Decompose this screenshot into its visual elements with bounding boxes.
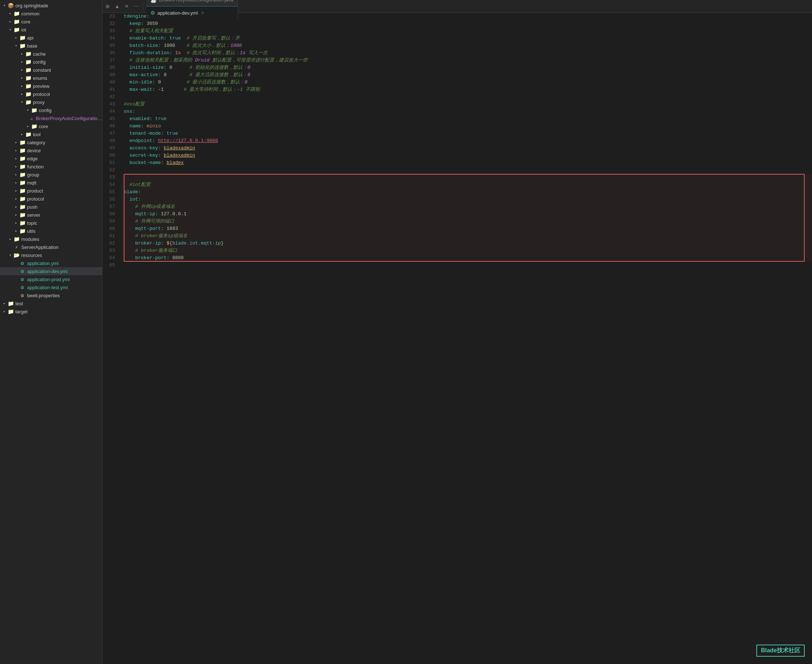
more-actions-button[interactable]: ⋯	[132, 3, 140, 10]
tree-item-modules[interactable]: ▸📁modules	[0, 235, 102, 243]
tree-item-constant[interactable]: ▸📁constant	[0, 66, 102, 74]
tree-item-BrokerProxyAutoConfig[interactable]: ☕BrokerProxyAutoConfiguratio…	[0, 114, 102, 122]
tree-arrow-device[interactable]: ▸	[13, 148, 19, 153]
tree-item-application-dev.yml[interactable]: ⚙application-dev.yml	[0, 267, 102, 275]
tree-item-cache[interactable]: ▸📁cache	[0, 50, 102, 58]
tree-arrow-proxy[interactable]: ▾	[19, 100, 25, 104]
tree-arrow-org.springblade[interactable]: ▾	[2, 3, 7, 8]
tree-item-base[interactable]: ▾📁base	[0, 42, 102, 50]
tree-item-edge[interactable]: ▸📁edge	[0, 155, 102, 163]
tree-item-proxy[interactable]: ▾📁proxy	[0, 98, 102, 106]
tree-item-ServerApplication[interactable]: ⚡ServerApplication	[0, 243, 102, 251]
line-content-64: broker-port: 8888	[121, 254, 812, 262]
tree-item-resources[interactable]: ▾📂resources	[0, 251, 102, 259]
code-line-47: 47 tenant-mode: true	[103, 130, 812, 137]
tree-arrow-group[interactable]: ▸	[13, 173, 19, 177]
tree-item-application-prod.yml[interactable]: ⚙application-prod.yml	[0, 275, 102, 283]
line-number-44: 44	[103, 108, 121, 115]
tree-arrow-resources[interactable]: ▾	[7, 253, 13, 257]
tree-arrow-iot[interactable]: ▾	[7, 28, 13, 32]
tree-item-api[interactable]: ▸📁api	[0, 34, 102, 42]
tree-arrow-function[interactable]: ▸	[13, 164, 19, 169]
tree-item-server[interactable]: ▸📁server	[0, 211, 102, 219]
tree-item-enums[interactable]: ▸📁enums	[0, 74, 102, 82]
line-content-32: keep: 3650	[121, 20, 812, 28]
tree-item-core[interactable]: ▸📁core	[0, 18, 102, 26]
line-content-36: flush-duration: 1s # 批次写入时间，默认：1s 写入一次	[121, 49, 812, 57]
close-tab-button[interactable]: ✕	[123, 3, 130, 10]
file-tree[interactable]: ▾📦org.springblade▸📁common▸📁core▾📁iot▸📁ap…	[0, 0, 103, 664]
tree-arrow-utils[interactable]: ▸	[13, 229, 19, 233]
tree-item-product[interactable]: ▸📁product	[0, 187, 102, 195]
tree-item-core2[interactable]: ▸📁core	[0, 122, 102, 130]
tree-arrow-common[interactable]: ▸	[7, 11, 13, 16]
tree-arrow-test[interactable]: ▸	[2, 301, 7, 306]
tree-arrow-cache[interactable]: ▸	[19, 52, 25, 56]
tree-item-application.yml[interactable]: ⚙application.yml	[0, 259, 102, 267]
navigate-up-button[interactable]: ▲	[114, 3, 121, 10]
code-line-46: 46 name: minio	[103, 123, 812, 130]
tree-item-test[interactable]: ▸📁test	[0, 299, 102, 308]
tree-item-protocol[interactable]: ▸📁protocol	[0, 90, 102, 98]
tree-arrow-topic[interactable]: ▸	[13, 221, 19, 225]
tree-item-utils[interactable]: ▸📁utils	[0, 227, 102, 235]
tree-item-push[interactable]: ▸📁push	[0, 203, 102, 211]
tree-arrow-mqtt[interactable]: ▸	[13, 181, 19, 185]
code-line-44: 44oss:	[103, 108, 812, 115]
tree-arrow-push[interactable]: ▸	[13, 205, 19, 209]
new-tab-button[interactable]: ⊕	[104, 3, 111, 10]
tree-arrow-constant[interactable]: ▸	[19, 68, 25, 72]
tree-arrow-product[interactable]: ▸	[13, 189, 19, 193]
tree-arrow-base[interactable]: ▾	[13, 44, 19, 48]
tree-arrow-protocol2[interactable]: ▸	[13, 197, 19, 201]
tree-arrow-edge[interactable]: ▸	[13, 156, 19, 161]
tree-item-category[interactable]: ▸📁category	[0, 138, 102, 146]
tree-item-common[interactable]: ▸📁common	[0, 10, 102, 18]
tree-label-edge: edge	[27, 156, 38, 161]
tree-item-org.springblade[interactable]: ▾📦org.springblade	[0, 2, 102, 10]
tab-tab-java[interactable]: ☕BrokerProxyAutoConfiguration.java	[146, 0, 238, 6]
tree-item-config[interactable]: ▸📁config	[0, 58, 102, 66]
tree-label-common: common	[21, 11, 39, 16]
editor-content[interactable]: 23tdengine:32 keep: 365033 # 批量写入相关配置34 …	[103, 13, 812, 664]
tree-arrow-protocol[interactable]: ▸	[19, 92, 25, 96]
tree-item-iot[interactable]: ▾📁iot	[0, 26, 102, 34]
tree-item-tool[interactable]: ▸📁tool	[0, 130, 102, 138]
line-number-23: 23	[103, 13, 121, 20]
tree-arrow-api[interactable]: ▸	[13, 36, 19, 40]
tree-arrow-core2[interactable]: ▸	[25, 124, 31, 129]
tree-arrow-category[interactable]: ▸	[13, 140, 19, 145]
tree-item-application-test.yml[interactable]: ⚙application-test.yml	[0, 283, 102, 291]
tree-arrow-target[interactable]: ▸	[2, 309, 7, 314]
tree-label-tool: tool	[33, 132, 41, 137]
tree-arrow-server[interactable]: ▸	[13, 213, 19, 217]
tree-arrow-preview[interactable]: ▸	[19, 84, 25, 88]
tree-item-proxy-config[interactable]: ▾📁config	[0, 106, 102, 114]
tree-arrow-proxy-config[interactable]: ▾	[25, 108, 31, 112]
line-content-56: iot:	[121, 196, 812, 203]
line-content-37: # 连接池相关配置，都采用的 Druid 默认配置，可按需求进行配置，建议改大一…	[121, 57, 812, 64]
tree-icon-application-prod.yml: ⚙	[19, 277, 26, 283]
line-number-37: 37	[103, 57, 121, 64]
tree-arrow-config[interactable]: ▸	[19, 60, 25, 64]
tree-item-protocol2[interactable]: ▸📁protocol	[0, 195, 102, 203]
line-number-54: 54	[103, 181, 121, 189]
tree-arrow-enums[interactable]: ▸	[19, 76, 25, 80]
tree-icon-topic: 📁	[19, 220, 26, 226]
line-content-57: # 外网ip或者域名	[121, 203, 812, 210]
line-number-38: 38	[103, 64, 121, 72]
tree-item-topic[interactable]: ▸📁topic	[0, 219, 102, 227]
tree-item-device[interactable]: ▸📁device	[0, 146, 102, 155]
line-number-50: 50	[103, 152, 121, 159]
tree-arrow-modules[interactable]: ▸	[7, 237, 13, 241]
tree-arrow-tool[interactable]: ▸	[19, 132, 25, 137]
tree-item-beetl.properties[interactable]: ⚙beetl.properties	[0, 291, 102, 299]
code-line-61: 61 # broker服务ip或域名	[103, 233, 812, 240]
tree-arrow-core[interactable]: ▸	[7, 20, 13, 24]
tree-item-group[interactable]: ▸📁group	[0, 171, 102, 179]
tree-item-mqtt[interactable]: ▸📁mqtt	[0, 179, 102, 187]
tree-item-function[interactable]: ▸📁function	[0, 163, 102, 171]
tree-icon-category: 📁	[19, 140, 26, 146]
tree-item-target[interactable]: ▸📁target	[0, 308, 102, 316]
tree-item-preview[interactable]: ▸📁preview	[0, 82, 102, 90]
